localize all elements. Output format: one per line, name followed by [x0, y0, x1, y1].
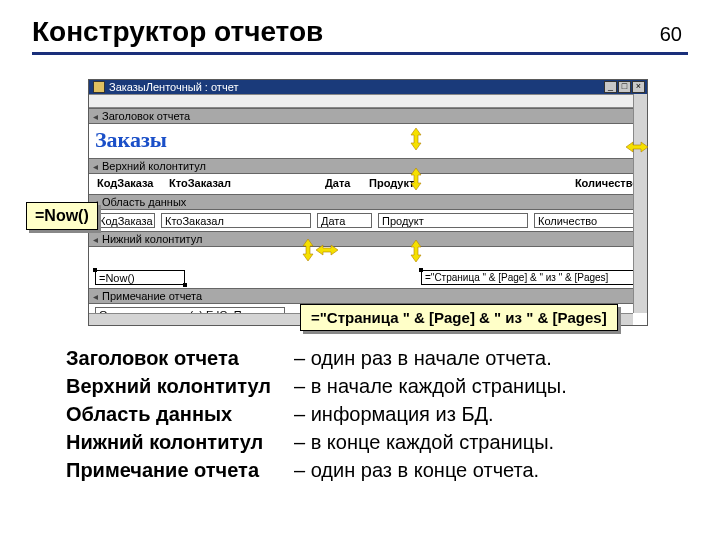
def-row: Нижний колонтитул– в конце каждой страни…: [66, 428, 567, 456]
def-desc: – один раз в начале отчета.: [294, 344, 552, 372]
field-code[interactable]: КодЗаказа: [95, 213, 155, 228]
callout-pages: ="Страница " & [Page] & " из " & [Pages]: [300, 304, 618, 331]
def-term: Примечание отчета: [66, 456, 294, 484]
access-icon: [93, 81, 105, 93]
def-desc: – в начале каждой страницы.: [294, 372, 567, 400]
col-qty[interactable]: Количество: [523, 177, 641, 191]
def-term: Нижний колонтитул: [66, 428, 294, 456]
band-header-page-header[interactable]: Верхний колонтитул: [89, 158, 647, 174]
def-term: Область данных: [66, 400, 294, 428]
close-button[interactable]: ×: [632, 81, 645, 93]
field-qty[interactable]: Количество: [534, 213, 641, 228]
col-product[interactable]: Продукт: [367, 177, 517, 191]
window-titlebar: ЗаказыЛенточный : отчет _ □ ×: [89, 80, 647, 94]
slide-title: Конструктор отчетов: [32, 16, 323, 48]
band-header-report-footer[interactable]: Примечание отчета: [89, 288, 647, 304]
col-customer[interactable]: КтоЗаказал: [167, 177, 317, 191]
field-now[interactable]: =Now(): [95, 270, 185, 285]
col-code[interactable]: КодЗаказа: [95, 177, 161, 191]
field-customer[interactable]: КтоЗаказал: [161, 213, 311, 228]
callout-now: =Now(): [26, 202, 98, 230]
report-title[interactable]: Заказы: [95, 127, 167, 155]
maximize-button[interactable]: □: [618, 81, 631, 93]
def-term: Заголовок отчета: [66, 344, 294, 372]
def-desc: – информация из БД.: [294, 400, 494, 428]
band-header-page-footer[interactable]: Нижний колонтитул: [89, 231, 647, 247]
minimize-button[interactable]: _: [604, 81, 617, 93]
def-row: Верхний колонтитул– в начале каждой стра…: [66, 372, 567, 400]
def-row: Область данных– информация из БД.: [66, 400, 567, 428]
report-designer-window: ЗаказыЛенточный : отчет _ □ × Заголовок …: [88, 79, 648, 326]
horizontal-ruler: [89, 94, 647, 108]
band-header-report-header[interactable]: Заголовок отчета: [89, 108, 647, 124]
slide-number: 60: [660, 23, 682, 46]
definitions-block: Заголовок отчета– один раз в начале отче…: [66, 344, 567, 484]
field-date[interactable]: Дата: [317, 213, 372, 228]
window-title: ЗаказыЛенточный : отчет: [109, 81, 238, 93]
def-row: Заголовок отчета– один раз в начале отче…: [66, 344, 567, 372]
vertical-scrollbar[interactable]: [633, 94, 647, 313]
field-pages[interactable]: ="Страница " & [Page] & " из " & [Pages]: [421, 270, 641, 285]
field-product[interactable]: Продукт: [378, 213, 528, 228]
band-header-detail[interactable]: Область данных: [89, 194, 647, 210]
col-date[interactable]: Дата: [323, 177, 361, 191]
def-desc: – в конце каждой страницы.: [294, 428, 554, 456]
def-row: Примечание отчета– один раз в конце отче…: [66, 456, 567, 484]
def-desc: – один раз в конце отчета.: [294, 456, 539, 484]
def-term: Верхний колонтитул: [66, 372, 294, 400]
